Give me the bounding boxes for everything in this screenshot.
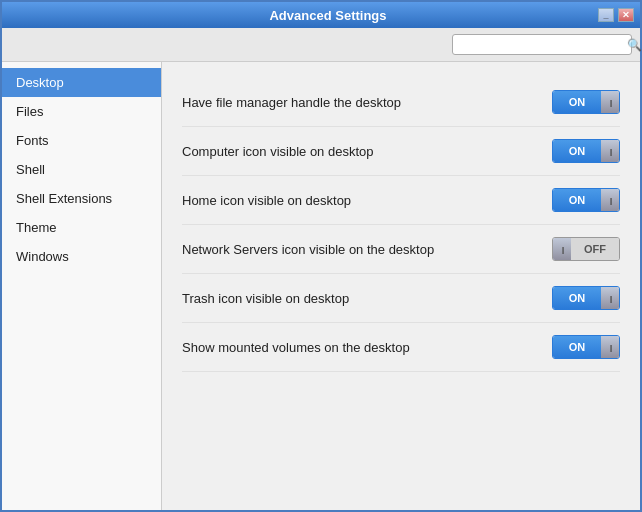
setting-label: Have file manager handle the desktop: [182, 95, 401, 110]
sidebar-item-files[interactable]: Files: [2, 97, 161, 126]
toggle-on-label: ON: [553, 91, 601, 113]
titlebar: Advanced Settings _ ✕: [2, 2, 640, 28]
setting-row-home-icon: Home icon visible on desktop ON: [182, 176, 620, 225]
sidebar-item-shell-extensions[interactable]: Shell Extensions: [2, 184, 161, 213]
toggle-handle: [601, 140, 619, 162]
toggle-handle: [601, 336, 619, 358]
toggle-computer-icon[interactable]: ON: [552, 139, 620, 163]
main-panel: Have file manager handle the desktop ON …: [162, 62, 640, 510]
toolbar: 🔍: [2, 28, 640, 62]
toggle-on-label: ON: [553, 189, 601, 211]
setting-row-computer-icon: Computer icon visible on desktop ON: [182, 127, 620, 176]
setting-label: Computer icon visible on desktop: [182, 144, 374, 159]
toggle-on-label: ON: [553, 336, 601, 358]
toggle-home-icon[interactable]: ON: [552, 188, 620, 212]
setting-row-trash-icon: Trash icon visible on desktop ON: [182, 274, 620, 323]
sidebar-item-desktop[interactable]: Desktop: [2, 68, 161, 97]
toggle-mounted-volumes[interactable]: ON: [552, 335, 620, 359]
toggle-file-manager-desktop[interactable]: ON: [552, 90, 620, 114]
sidebar-item-windows[interactable]: Windows: [2, 242, 161, 271]
search-icon: 🔍: [627, 38, 642, 52]
toggle-off-label: OFF: [571, 238, 619, 260]
sidebar-item-fonts[interactable]: Fonts: [2, 126, 161, 155]
toggle-network-servers-icon[interactable]: OFF: [552, 237, 620, 261]
search-input[interactable]: [459, 37, 627, 52]
sidebar-item-theme[interactable]: Theme: [2, 213, 161, 242]
search-box[interactable]: 🔍: [452, 34, 632, 55]
window-title: Advanced Settings: [58, 8, 598, 23]
setting-row-mounted-volumes: Show mounted volumes on the desktop ON: [182, 323, 620, 372]
setting-label: Show mounted volumes on the desktop: [182, 340, 410, 355]
toggle-on-label: ON: [553, 287, 601, 309]
toggle-handle: [601, 287, 619, 309]
setting-row-file-manager-desktop: Have file manager handle the desktop ON: [182, 78, 620, 127]
toggle-handle: [553, 238, 571, 260]
sidebar-item-shell[interactable]: Shell: [2, 155, 161, 184]
setting-label: Network Servers icon visible on the desk…: [182, 242, 434, 257]
toggle-trash-icon[interactable]: ON: [552, 286, 620, 310]
main-window: Advanced Settings _ ✕ 🔍 Desktop Files Fo…: [0, 0, 642, 512]
toggle-handle: [601, 91, 619, 113]
minimize-button[interactable]: _: [598, 8, 614, 22]
setting-row-network-servers-icon: Network Servers icon visible on the desk…: [182, 225, 620, 274]
sidebar: Desktop Files Fonts Shell Shell Extensio…: [2, 62, 162, 510]
content-area: Desktop Files Fonts Shell Shell Extensio…: [2, 62, 640, 510]
toggle-handle: [601, 189, 619, 211]
toggle-on-label: ON: [553, 140, 601, 162]
setting-label: Home icon visible on desktop: [182, 193, 351, 208]
window-controls: _ ✕: [598, 8, 634, 22]
close-button[interactable]: ✕: [618, 8, 634, 22]
setting-label: Trash icon visible on desktop: [182, 291, 349, 306]
